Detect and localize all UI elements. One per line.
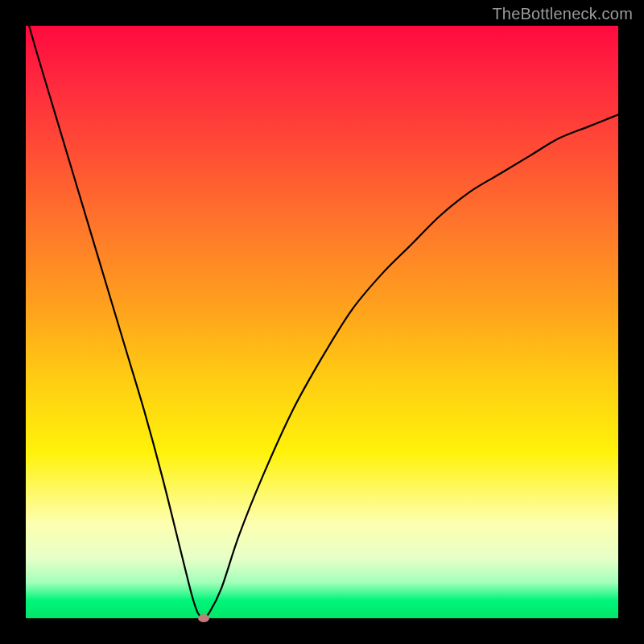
chart-frame: TheBottleneck.com (0, 0, 644, 644)
minimum-marker (198, 614, 209, 622)
watermark-text: TheBottleneck.com (492, 5, 633, 23)
bottleneck-curve (26, 26, 618, 618)
plot-area (26, 26, 618, 618)
